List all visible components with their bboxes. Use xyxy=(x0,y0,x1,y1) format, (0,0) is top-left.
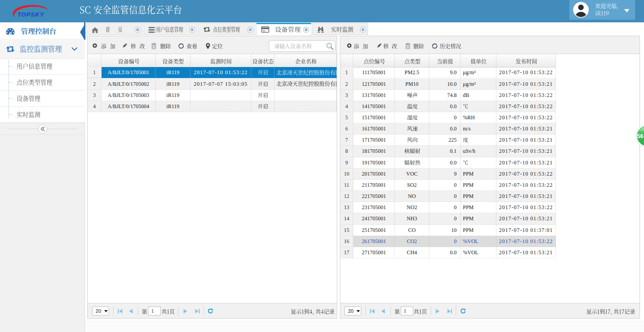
svg-text:56: 56 xyxy=(637,133,644,139)
svg-text:TOPSKY: TOPSKY xyxy=(17,11,44,18)
